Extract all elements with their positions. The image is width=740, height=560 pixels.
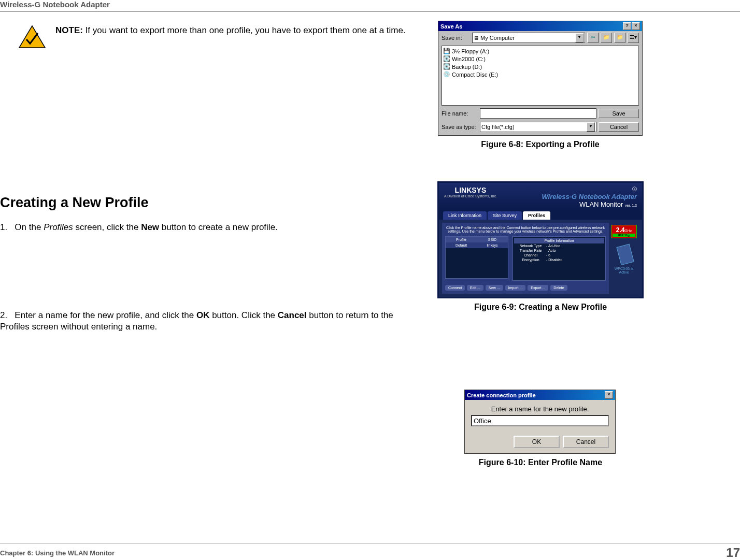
figure-caption: Figure 6-10: Enter Profile Name <box>464 458 617 467</box>
export-button[interactable]: Export ... <box>528 285 548 291</box>
product-subtitle: WLAN Monitor ver. 1.3 <box>542 200 637 208</box>
dialog-titlebar: Create connection profile × <box>465 390 615 400</box>
header-ssid: SSID <box>477 237 508 242</box>
filename-input[interactable] <box>480 108 596 119</box>
profile-info-header: Profile Information <box>514 238 604 243</box>
chevron-down-icon[interactable]: ▼ <box>575 33 584 42</box>
edit-button[interactable]: Edit ... <box>467 285 483 291</box>
disk-icon: 💽 <box>443 55 450 62</box>
file-list[interactable]: 💾3½ Floppy (A:) 💽Win2000 (C:) 💽Backup (D… <box>442 46 639 106</box>
figure-caption: Figure 6-9: Creating a New Profile <box>437 303 644 312</box>
back-icon[interactable]: ⇦ <box>587 33 599 43</box>
profile-name-input[interactable] <box>471 415 609 426</box>
tab-link-info[interactable]: Link Information <box>443 211 487 220</box>
savein-label: Save in: <box>442 35 470 41</box>
profile-list[interactable]: Profile SSID Default linksys <box>445 236 508 279</box>
note-label: NOTE: <box>55 25 83 35</box>
header-profile: Profile <box>446 237 477 242</box>
new-button[interactable]: New ... <box>486 285 503 291</box>
linksys-logo: LINKSYS <box>444 186 497 194</box>
drive-item[interactable]: 💾3½ Floppy (A:) <box>443 47 637 55</box>
linksys-sublogo: A Division of Cisco Systems, Inc. <box>444 194 497 198</box>
create-profile-dialog: Create connection profile × Enter a name… <box>464 390 616 454</box>
dialog-title: Save As <box>440 23 462 30</box>
close-icon[interactable]: × <box>605 391 613 399</box>
page-header: Wireless-G Notebook Adapter <box>0 0 740 12</box>
computer-icon: 🖥 <box>474 35 479 41</box>
instruction-text: Click the Profile name above and the Con… <box>445 226 606 233</box>
savein-combo[interactable]: 🖥 My Computer ▼ <box>472 33 585 43</box>
figure-6-8: Save As ? × Save in: 🖥 My Computer ▼ ⇦ 📁… <box>438 21 643 149</box>
page-footer: Chapter 6: Using the WLAN Monitor 17 <box>0 543 740 560</box>
dialog-titlebar: Save As ? × <box>438 21 642 31</box>
dialog-title: Create connection profile <box>467 392 536 398</box>
view-menu-icon[interactable]: ☰▾ <box>628 33 639 43</box>
svg-rect-1 <box>617 244 634 265</box>
adapter-icon <box>614 240 634 266</box>
close-icon[interactable]: × <box>632 22 640 30</box>
status-text: WPC54G is Active <box>611 267 637 274</box>
import-button[interactable]: Import ... <box>505 285 526 291</box>
up-folder-icon[interactable]: 📁 <box>601 33 612 43</box>
step-2: 2. Enter a name for the new profile, and… <box>0 310 420 333</box>
drive-item[interactable]: 💽Win2000 (C:) <box>443 55 637 63</box>
product-title: Wireless-G Notebook Adapter <box>542 193 637 200</box>
figure-6-9: LINKSYS A Division of Cisco Systems, Inc… <box>437 181 644 312</box>
cancel-button[interactable]: Cancel <box>563 436 609 448</box>
cd-icon: 💿 <box>443 71 450 78</box>
prompt-text: Enter a name for the new profile. <box>471 405 609 413</box>
filetype-label: Save as type: <box>442 124 478 130</box>
filetype-combo[interactable]: Cfg file(*.cfg) ▼ <box>480 122 596 132</box>
note-body: If you want to export more than one prof… <box>86 25 406 35</box>
wlan-monitor-window: LINKSYS A Division of Cisco Systems, Inc… <box>437 181 644 298</box>
cancel-button[interactable]: Cancel <box>599 122 639 132</box>
new-folder-icon[interactable]: 📁 <box>614 33 625 43</box>
svg-marker-0 <box>19 26 45 48</box>
save-button[interactable]: Save <box>599 109 639 118</box>
disk-icon: 💽 <box>443 63 450 70</box>
connect-button[interactable]: Connect <box>445 285 465 291</box>
section-heading: Creating a New Profile <box>0 195 149 211</box>
step-1-num: 1. <box>0 222 7 232</box>
filename-label: File name: <box>442 110 478 117</box>
floppy-icon: 💾 <box>443 48 450 54</box>
page-number: 17 <box>726 545 740 560</box>
delete-button[interactable]: Delete <box>550 285 567 291</box>
note-text: NOTE: If you want to export more than on… <box>55 25 406 36</box>
figure-6-10: Create connection profile × Enter a name… <box>464 390 617 467</box>
step-1: 1. On the Profiles screen, click the New… <box>0 222 420 233</box>
profile-info-panel: Profile Information Network Type- Ad-Hoc… <box>513 236 606 281</box>
chevron-down-icon[interactable]: ▼ <box>587 122 595 132</box>
drive-item[interactable]: 💿Compact Disc (E:) <box>443 70 637 78</box>
profile-row[interactable]: Default linksys <box>446 242 508 248</box>
step-2-num: 2. <box>0 310 7 320</box>
tab-site-survey[interactable]: Site Survey <box>488 211 522 220</box>
ghz-badge: 2.4GHz 802.11g <box>611 225 637 238</box>
tab-profiles[interactable]: Profiles <box>523 211 550 220</box>
warning-check-icon <box>18 25 46 50</box>
drive-item[interactable]: 💽Backup (D:) <box>443 63 637 70</box>
header-title: Wireless-G Notebook Adapter <box>0 0 110 9</box>
ok-button[interactable]: OK <box>514 436 560 448</box>
footer-chapter: Chapter 6: Using the WLAN Monitor <box>0 549 115 557</box>
note-block: NOTE: If you want to export more than on… <box>18 25 406 50</box>
save-as-dialog: Save As ? × Save in: 🖥 My Computer ▼ ⇦ 📁… <box>438 21 643 136</box>
figure-caption: Figure 6-8: Exporting a Profile <box>438 140 643 149</box>
help-icon[interactable]: ? <box>623 22 631 30</box>
